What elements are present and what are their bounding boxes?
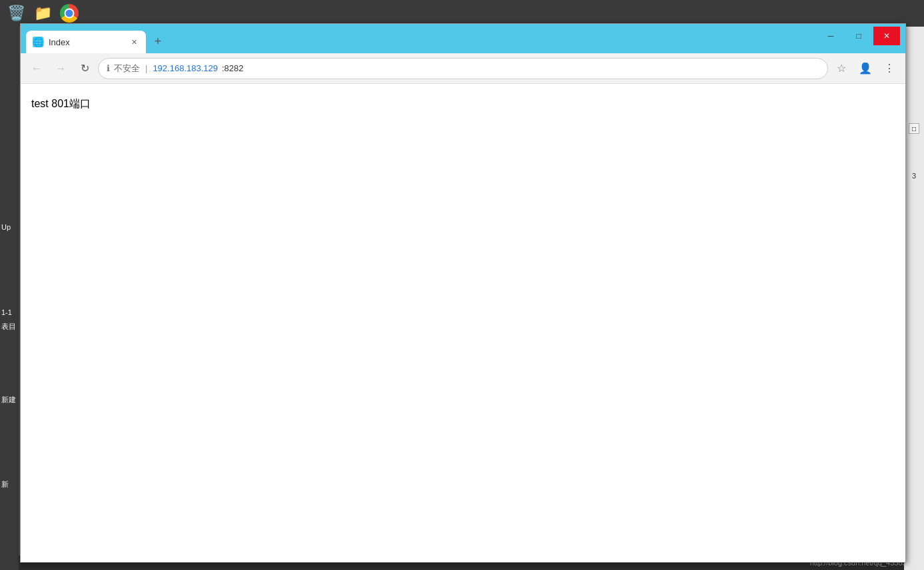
back-icon: ← [31, 63, 42, 75]
minimize-button[interactable]: ─ [817, 27, 844, 45]
url-port: :8282 [222, 63, 244, 73]
profile-icon: 👤 [859, 62, 872, 75]
browser-window: 🌐 Index ✕ + ─ □ ✕ ← → ↻ ℹ 不安全 | 192.168. [20, 23, 906, 563]
address-bar[interactable]: ℹ 不安全 | 192.168.183.129 :8282 [98, 58, 828, 79]
maximize-button[interactable]: □ [845, 27, 872, 45]
more-icon: ⋮ [884, 62, 895, 75]
back-button[interactable]: ← [26, 58, 47, 79]
page-content: test 801端口 [21, 84, 905, 562]
sidebar-label-11: 1-1 [0, 308, 13, 316]
right-panel-btn[interactable]: □ [909, 123, 919, 134]
window-controls: ─ □ ✕ [817, 24, 900, 45]
page-text: test 801端口 [31, 97, 895, 111]
sidebar-label-new: 新建 [0, 395, 17, 405]
new-tab-button[interactable]: + [149, 32, 167, 51]
recycle-bin-icon[interactable]: 🗑️ [5, 3, 27, 24]
forward-button[interactable]: → [50, 58, 71, 79]
right-panel-label: 3 [904, 172, 924, 180]
tab-favicon: 🌐 [33, 37, 43, 47]
sidebar-label-up: Up [0, 223, 12, 231]
reload-icon: ↻ [81, 62, 89, 75]
url-separator: | [145, 63, 147, 73]
title-bar: 🌐 Index ✕ + ─ □ ✕ [21, 24, 905, 53]
url-domain: 192.168.183.129 [153, 63, 218, 73]
desktop-taskbar: 🗑️ 📁 [0, 0, 924, 27]
more-button[interactable]: ⋮ [879, 58, 900, 79]
chrome-icon[interactable] [59, 3, 80, 24]
security-icon: ℹ [107, 63, 110, 73]
reload-button[interactable]: ↻ [74, 58, 95, 79]
security-label: 不安全 [114, 63, 140, 75]
profile-button[interactable]: 👤 [855, 58, 876, 79]
sidebar-label-list: 表目 [0, 322, 17, 332]
close-button[interactable]: ✕ [873, 27, 900, 45]
folder-icon[interactable]: 📁 [32, 3, 53, 24]
tab-strip: 🌐 Index ✕ + [26, 24, 817, 53]
forward-icon: → [55, 63, 66, 75]
bookmark-icon: ☆ [837, 62, 846, 75]
tab-title: Index [49, 37, 123, 47]
sidebar-label-new2: 新 [0, 479, 10, 489]
active-tab[interactable]: 🌐 Index ✕ [26, 31, 146, 53]
right-panel: 3 □ [904, 27, 924, 570]
tab-close-button[interactable]: ✕ [129, 37, 139, 47]
bookmark-button[interactable]: ☆ [831, 58, 852, 79]
nav-bar: ← → ↻ ℹ 不安全 | 192.168.183.129 :8282 ☆ 👤 … [21, 53, 905, 84]
